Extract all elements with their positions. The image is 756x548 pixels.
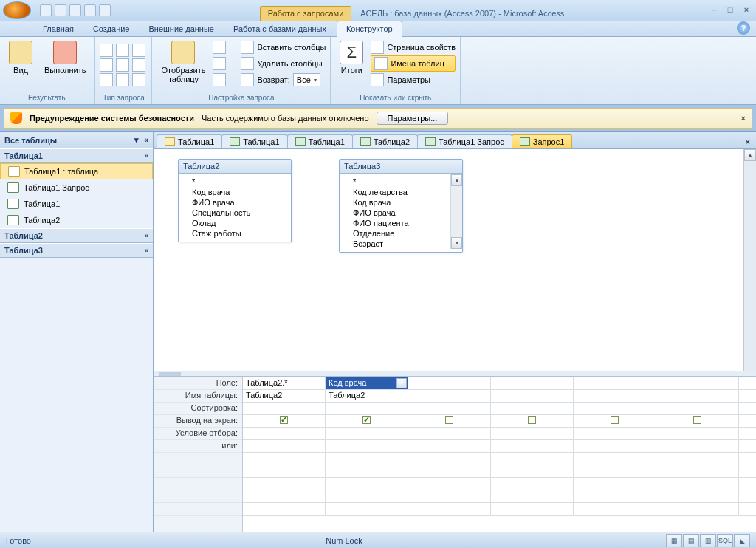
table-box[interactable]: Таблица2*Код врачаФИО врачаСпециальность… (178, 159, 292, 242)
document-tab[interactable]: Таблица1 (157, 134, 222, 148)
insert-columns-button[interactable]: Вставить столбцы (241, 39, 326, 55)
qbe-cell[interactable] (574, 415, 656, 427)
qbe-cell[interactable] (656, 465, 739, 477)
table-field[interactable]: ФИО врача (179, 197, 291, 208)
redo-icon[interactable] (69, 4, 81, 16)
new-icon[interactable] (99, 4, 111, 16)
qbe-cell[interactable] (574, 490, 656, 502)
qbe-cell[interactable] (656, 478, 739, 490)
pivot-view-button[interactable]: ▤ (683, 534, 699, 547)
run-button[interactable]: Выполнить (40, 39, 90, 76)
table-field[interactable]: Стаж работы (179, 228, 291, 239)
qbe-cell[interactable] (656, 403, 739, 414)
qbe-cell[interactable] (574, 478, 656, 490)
qbe-cell[interactable]: Таблица2 (243, 390, 326, 402)
qbe-cell[interactable] (326, 428, 408, 439)
nav-menu-icon[interactable]: ▾ (134, 135, 139, 145)
qbe-cell[interactable] (243, 428, 326, 439)
table-field[interactable]: Возраст (340, 239, 462, 249)
splitter[interactable] (154, 371, 756, 377)
totals-button[interactable]: ΣИтоги (335, 39, 368, 76)
document-tab[interactable]: Таблица2 (352, 134, 418, 148)
qbe-cell[interactable] (326, 490, 408, 502)
table-names-button[interactable]: Имена таблиц (371, 55, 456, 72)
qbe-cell[interactable] (408, 415, 491, 427)
relationship-diagram[interactable]: ▴ Таблица2*Код врачаФИО врачаСпециальнос… (154, 149, 756, 371)
qbe-cell[interactable] (408, 377, 491, 389)
nav-collapse-icon[interactable]: « (144, 135, 148, 145)
tab-design[interactable]: Конструктор (337, 21, 402, 37)
passthrough-icon[interactable] (116, 73, 129, 86)
table-field[interactable]: Отделение (340, 228, 462, 239)
qbe-cell[interactable]: Код врача▾ (326, 377, 408, 389)
qbe-cell[interactable] (491, 490, 574, 502)
qbe-cell[interactable] (326, 403, 408, 414)
make-table-icon[interactable] (116, 44, 129, 57)
qbe-cell[interactable] (574, 465, 656, 477)
qbe-cell[interactable] (656, 377, 739, 389)
open-icon[interactable] (84, 4, 96, 16)
document-close-button[interactable]: × (740, 135, 756, 148)
qbe-cell[interactable] (326, 465, 408, 477)
crosstab-icon[interactable] (116, 58, 129, 72)
nav-header[interactable]: Все таблицы ▾ « (0, 132, 153, 148)
qbe-cell[interactable] (243, 415, 326, 427)
data-def-icon[interactable] (132, 73, 145, 86)
qbe-cell[interactable] (491, 478, 574, 490)
tab-external-data[interactable]: Внешние данные (140, 21, 223, 36)
nav-group-header[interactable]: Таблица3» (0, 243, 153, 258)
qbe-cell[interactable] (408, 465, 491, 477)
qbe-cell[interactable] (408, 503, 491, 515)
table-field[interactable]: Код врача (340, 197, 462, 208)
undo-icon[interactable] (55, 4, 66, 16)
dropdown-icon[interactable]: ▾ (396, 378, 407, 388)
qbe-cell[interactable] (326, 440, 408, 452)
table-scrollbar[interactable]: ▴▾ (450, 174, 462, 249)
qbe-cell[interactable] (491, 465, 574, 477)
return-combo[interactable]: Все (293, 73, 320, 86)
security-close-button[interactable]: × (741, 114, 746, 123)
restore-button[interactable]: □ (724, 5, 737, 16)
scroll-up-button[interactable]: ▴ (744, 149, 756, 161)
insert-rows-icon[interactable] (213, 41, 226, 54)
qbe-cell[interactable] (656, 428, 739, 439)
qbe-cell[interactable]: Таблица2 (326, 390, 408, 402)
qbe-cell[interactable] (243, 478, 326, 490)
qbe-cell[interactable] (574, 440, 656, 452)
delete-columns-button[interactable]: Удалить столбцы (241, 55, 326, 72)
show-table-button[interactable]: Отобразить таблицу (157, 39, 210, 85)
update-icon[interactable] (100, 58, 113, 72)
qbe-cell[interactable] (243, 453, 326, 465)
delete-rows-icon[interactable] (213, 57, 226, 70)
qbe-cell[interactable] (491, 503, 574, 515)
qbe-cell[interactable] (656, 390, 739, 402)
sql-view-button[interactable]: SQL (717, 534, 733, 547)
qbe-cell[interactable] (574, 428, 656, 439)
parameters-button[interactable]: Параметры (371, 72, 456, 88)
diagram-scrollbar[interactable]: ▴ (743, 149, 756, 371)
nav-group-header[interactable]: Таблица2» (0, 228, 153, 243)
qbe-cell[interactable] (408, 440, 491, 452)
relationship-line[interactable] (292, 210, 339, 210)
table-field[interactable]: ФИО врача (340, 208, 462, 218)
qbe-cell[interactable] (491, 415, 574, 427)
delete-query-icon[interactable] (132, 58, 145, 72)
close-button[interactable]: × (740, 5, 753, 16)
nav-item[interactable]: Таблица2 (0, 212, 153, 228)
table-field[interactable]: Код лекарства (340, 187, 462, 197)
qbe-cell[interactable] (326, 415, 408, 427)
qbe-cell[interactable] (656, 415, 739, 427)
property-sheet-button[interactable]: Страница свойств (371, 39, 456, 55)
qbe-cell[interactable] (408, 428, 491, 439)
qbe-cell[interactable] (491, 403, 574, 414)
datasheet-view-button[interactable]: ▦ (666, 534, 682, 547)
qbe-cell[interactable] (574, 390, 656, 402)
qbe-cell[interactable] (491, 440, 574, 452)
qbe-cell[interactable] (243, 440, 326, 452)
select-query-icon[interactable] (100, 44, 113, 57)
design-view-button[interactable]: ◣ (734, 534, 750, 547)
qbe-cell[interactable] (656, 490, 739, 502)
qbe-cell[interactable] (243, 403, 326, 414)
qbe-cell[interactable] (491, 453, 574, 465)
table-field[interactable]: ФИО пациента (340, 218, 462, 228)
